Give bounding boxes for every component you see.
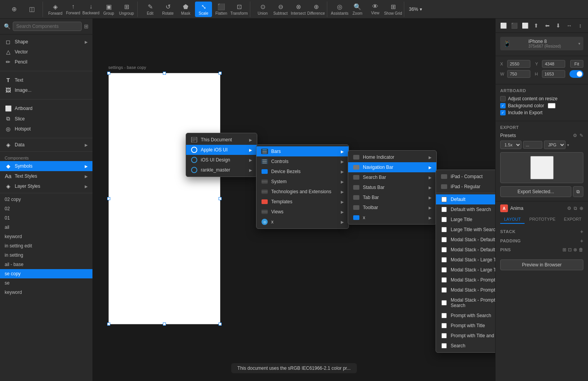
mask-btn[interactable]: ⬟ Mask bbox=[177, 2, 194, 17]
transform2-btn[interactable]: ⊡ Transform bbox=[231, 2, 248, 17]
export-copy-icon[interactable]: ⧉ bbox=[573, 186, 583, 197]
anima-gear-icon[interactable]: ⊕ bbox=[579, 206, 583, 211]
menu-home-indicator[interactable]: Home Indicator ▶ bbox=[348, 152, 436, 162]
flatten-btn[interactable]: ⬛ Flatten bbox=[213, 2, 230, 17]
menu-search-bar[interactable]: Search Bar ▶ bbox=[348, 172, 436, 182]
align-top-icon[interactable]: ⬆ bbox=[532, 21, 541, 30]
sidebar-item-text-styles[interactable]: Aa Text Styles ▶ bbox=[0, 171, 92, 181]
zoom-display[interactable]: 36% ▾ bbox=[406, 7, 425, 12]
handle-tl[interactable] bbox=[107, 72, 110, 75]
lock-ratio-toggle[interactable] bbox=[569, 70, 583, 78]
distribute-v-icon[interactable]: ↕ bbox=[576, 21, 585, 30]
list-item-keyword2[interactable]: keyword bbox=[0, 288, 92, 297]
menu-status-bar[interactable]: Status Bar ▶ bbox=[348, 182, 436, 192]
presets-edit-icon[interactable]: ✎ bbox=[579, 133, 583, 138]
list-item-01[interactable]: 01 bbox=[0, 213, 92, 223]
format-select[interactable]: JPG bbox=[544, 141, 566, 149]
adjust-content-checkbox[interactable] bbox=[500, 96, 506, 101]
artboard[interactable] bbox=[108, 73, 220, 324]
menu-ipad-compact[interactable]: iPad - Compact ▶ bbox=[436, 172, 495, 182]
list-item-setting-edit[interactable]: in setting edit bbox=[0, 241, 92, 251]
menu-modal-prompt-title-search[interactable]: Modal Stack - Prompt with Title and Sear… bbox=[436, 295, 495, 311]
list-item-ail-base[interactable]: ail - base bbox=[0, 260, 92, 269]
view-btn[interactable]: 👁 View bbox=[367, 2, 384, 17]
list-item-setting[interactable]: in setting bbox=[0, 251, 92, 260]
menu-prompt-search[interactable]: Prompt with Search bbox=[436, 311, 495, 321]
distribute-h-icon[interactable]: ↔ bbox=[565, 21, 574, 30]
list-item-se[interactable]: se bbox=[0, 278, 92, 288]
edit-btn[interactable]: ✎ Edit bbox=[142, 2, 159, 17]
sidebar-item-shape[interactable]: ◻ Shape ▶ bbox=[0, 37, 92, 47]
menu-ipad-regular[interactable]: iPad - Regular ▶ bbox=[436, 182, 495, 192]
layers-btn[interactable]: ◫ bbox=[23, 2, 40, 17]
menu-modal-large-search[interactable]: Modal Stack - Large Title with Search bbox=[436, 265, 495, 275]
handle-ml[interactable] bbox=[107, 197, 110, 200]
handle-mr[interactable] bbox=[219, 197, 222, 200]
anima-split-icon[interactable]: ⧉ bbox=[574, 206, 577, 211]
backward-btn[interactable]: ↓ Backward bbox=[82, 2, 99, 17]
menu-modal-default-search[interactable]: Modal Stack - Default with Search bbox=[436, 245, 495, 255]
pins-icon-3[interactable]: ⊗ bbox=[573, 247, 577, 252]
anima-tab-export[interactable]: EXPORT bbox=[560, 215, 585, 224]
sidebar-item-vector[interactable]: △ Vector bbox=[0, 47, 92, 57]
rotate-btn[interactable]: ↺ Rotate bbox=[159, 2, 176, 17]
menu-large-title[interactable]: Large Title bbox=[436, 215, 495, 225]
prefix-suffix-input[interactable] bbox=[523, 141, 542, 149]
insert-btn[interactable]: ⊕ bbox=[5, 2, 22, 17]
grid-icon[interactable]: ⊞ bbox=[84, 23, 89, 29]
menu-x[interactable]: ◎ x ▶ bbox=[256, 217, 349, 227]
menu-modal-prompt-search[interactable]: Modal Stack - Prompt with Search bbox=[436, 275, 495, 285]
sidebar-item-layer-styles[interactable]: ◈ Layer Styles ▶ bbox=[0, 181, 92, 191]
sidebar-item-image[interactable]: 🖼 Image... bbox=[0, 85, 92, 95]
preview-in-browser-button[interactable]: Preview in Browser bbox=[500, 259, 583, 270]
search-input[interactable] bbox=[13, 22, 82, 31]
sidebar-item-slice[interactable]: ⧉ Slice bbox=[0, 113, 92, 124]
anima-tab-layout[interactable]: LAYOUT bbox=[500, 215, 525, 224]
ungroup-btn[interactable]: ⊞ Ungroup bbox=[118, 2, 135, 17]
align-center-icon[interactable]: ⬛ bbox=[509, 21, 519, 30]
export-selected-button[interactable]: Export Selected... bbox=[500, 186, 571, 197]
menu-modal-prompt-title[interactable]: Modal Stack - Prompt with Title bbox=[436, 285, 495, 295]
padding-add-icon[interactable]: + bbox=[580, 238, 583, 244]
transform-btn[interactable]: ◈ Forward bbox=[47, 2, 64, 17]
assistants-btn[interactable]: ◎ Assistants bbox=[331, 2, 348, 17]
list-item-keyword[interactable]: keyword bbox=[0, 232, 92, 241]
sidebar-item-hotspot[interactable]: ◎ Hotspot bbox=[0, 124, 92, 134]
menu-x2[interactable]: x ▶ bbox=[348, 213, 436, 223]
subtract-btn[interactable]: ⊖ Subtract bbox=[272, 2, 289, 17]
anima-settings-icon[interactable]: ⚙ bbox=[567, 206, 571, 211]
show-grid-btn[interactable]: ⊞ Show Grid bbox=[385, 2, 402, 17]
anima-tab-prototype[interactable]: PROTOTYPE bbox=[525, 215, 559, 224]
background-color-swatch[interactable] bbox=[548, 103, 556, 108]
align-bottom-icon[interactable]: ⬇ bbox=[554, 21, 563, 30]
align-left-icon[interactable]: ⬜ bbox=[499, 21, 508, 30]
menu-bars[interactable]: Bars ▶ bbox=[256, 146, 349, 156]
union-btn[interactable]: ⊙ Union bbox=[254, 2, 271, 17]
size-select[interactable]: 1.5x bbox=[500, 141, 521, 149]
menu-modal-large[interactable]: Modal Stack - Large Title bbox=[436, 255, 495, 265]
align-middle-icon[interactable]: ⬅ bbox=[543, 21, 552, 30]
sidebar-item-data[interactable]: ◈ Data ▶ bbox=[0, 140, 92, 150]
menu-navigation-bar[interactable]: Navigation Bar ▶ bbox=[348, 162, 436, 172]
handle-br[interactable] bbox=[219, 323, 222, 326]
x-input[interactable] bbox=[507, 60, 530, 68]
menu-templates[interactable]: Templates ▶ bbox=[256, 197, 349, 207]
h-input[interactable] bbox=[542, 70, 565, 78]
menu-prompt-title-search[interactable]: Prompt with Title and Search bbox=[436, 331, 495, 341]
menu-views[interactable]: Views ▶ bbox=[256, 207, 349, 217]
menu-toolbar[interactable]: Toolbar ▶ bbox=[348, 203, 436, 213]
align-right-icon[interactable]: ⬜ bbox=[521, 21, 530, 30]
sidebar-item-artboard[interactable]: ⬜ Artboard bbox=[0, 103, 92, 113]
menu-large-title-search[interactable]: Large Title with Search bbox=[436, 225, 495, 235]
menu-tech-ext[interactable]: Technologies and Extensions ▶ bbox=[256, 187, 349, 197]
handle-bm[interactable] bbox=[163, 323, 166, 326]
sidebar-item-symbols[interactable]: ◆ Symbols ▶ bbox=[0, 161, 92, 171]
list-item-se-copy[interactable]: se copy bbox=[0, 269, 92, 278]
menu-default-search[interactable]: Default with Search bbox=[436, 204, 495, 215]
y-input[interactable] bbox=[542, 60, 565, 68]
difference-btn[interactable]: ⊕ Difference bbox=[308, 2, 325, 17]
device-selector[interactable]: 📱 iPhone 8 375x667 (Resized) ▾ bbox=[500, 37, 583, 50]
menu-device-bezels[interactable]: Device Bezels ▶ bbox=[256, 166, 349, 177]
scale-btn[interactable]: ⤡ Scale bbox=[195, 2, 212, 17]
fit-button[interactable]: Fit bbox=[570, 60, 583, 68]
